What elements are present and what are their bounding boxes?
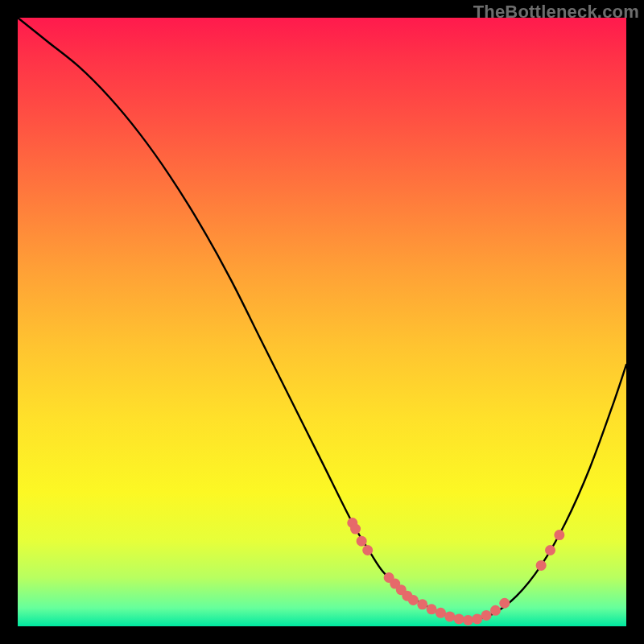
data-marker bbox=[490, 605, 501, 616]
data-marker bbox=[427, 604, 437, 614]
chart-frame: TheBottleneck.com bbox=[0, 0, 644, 644]
data-marker bbox=[417, 599, 427, 609]
curve-line bbox=[18, 18, 626, 620]
data-marker bbox=[481, 610, 492, 621]
data-marker bbox=[444, 611, 455, 621]
data-marker bbox=[536, 560, 547, 571]
chart-svg bbox=[18, 18, 626, 626]
data-marker bbox=[545, 545, 555, 555]
data-marker bbox=[454, 613, 464, 624]
data-marker bbox=[350, 524, 361, 535]
data-marker bbox=[554, 530, 564, 540]
data-marker bbox=[463, 615, 473, 625]
plot-area bbox=[18, 18, 626, 626]
data-marker bbox=[436, 608, 446, 618]
data-marker bbox=[357, 536, 367, 547]
data-marker bbox=[472, 613, 482, 624]
data-marker bbox=[408, 595, 419, 605]
curve-markers bbox=[347, 518, 564, 625]
data-marker bbox=[362, 545, 373, 555]
data-marker bbox=[499, 598, 510, 609]
watermark-text: TheBottleneck.com bbox=[473, 2, 639, 23]
